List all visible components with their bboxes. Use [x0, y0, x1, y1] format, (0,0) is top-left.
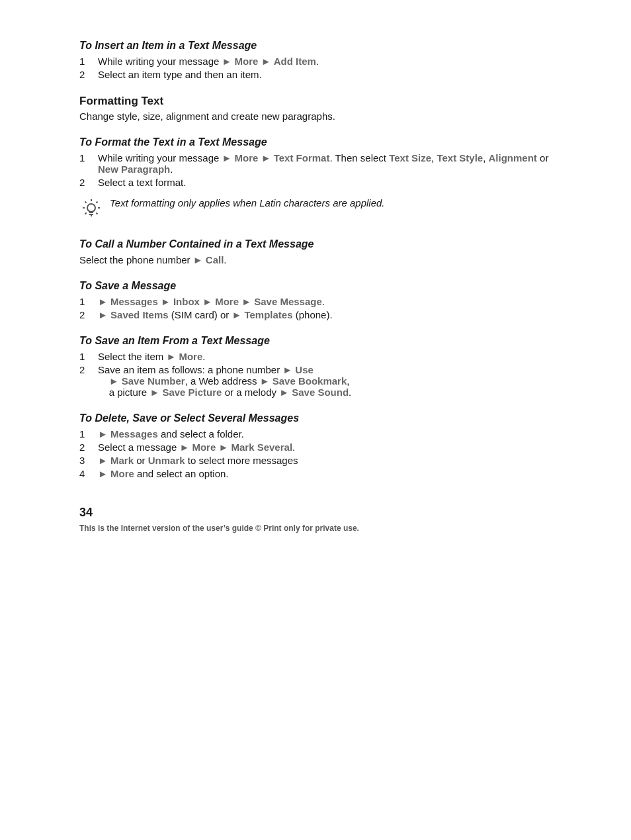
- step-del-2: 2 Select a message ► More ► Mark Several…: [79, 442, 552, 453]
- svg-line-7: [96, 202, 97, 203]
- tip-icon: [79, 199, 103, 224]
- step-saveitem-1: 1 Select the item ► More.: [79, 351, 552, 362]
- step-del-3: 3 ► Mark or Unmark to select more messag…: [79, 455, 552, 466]
- step-num-si2: 2: [79, 364, 98, 375]
- steps-format-text: 1 While writing your message ► More ► Te…: [79, 152, 552, 188]
- arrow-savebookmark: ►: [260, 375, 270, 387]
- arrow-more-f1: ►: [222, 152, 232, 163]
- arrow-markseveral: ►: [218, 442, 228, 453]
- section-title-call: To Call a Number Contained in a Text Mes…: [79, 238, 552, 250]
- section-save-item: To Save an Item From a Text Message 1 Se…: [79, 335, 552, 398]
- link-newparagraph: New Paragraph: [98, 163, 170, 175]
- link-additem: Add Item: [274, 56, 316, 67]
- step-num-1: 1: [79, 56, 98, 67]
- section-title-format-text: To Format the Text in a Text Message: [79, 136, 552, 148]
- section-insert-item: To Insert an Item in a Text Message 1 Wh…: [79, 40, 552, 80]
- page-number: 34: [79, 506, 552, 520]
- link-more-s1: More: [215, 296, 239, 307]
- arrow-textformat: ►: [261, 152, 271, 163]
- section-formatting-text: Formatting Text Change style, size, alig…: [79, 95, 552, 122]
- step-num-s2: 2: [79, 309, 98, 320]
- link-unmark: Unmark: [148, 455, 185, 466]
- link-alignment: Alignment: [489, 152, 537, 163]
- link-call: Call: [206, 254, 224, 265]
- link-savenumber: Save Number: [122, 375, 185, 387]
- arrow-savepicture: ►: [149, 387, 159, 398]
- link-more-1: More: [235, 56, 259, 67]
- step-text-d3: ► Mark or Unmark to select more messages: [98, 455, 552, 466]
- step-text-d4: ► More and select an option.: [98, 468, 552, 479]
- link-inbox: Inbox: [173, 296, 200, 307]
- step-text-1: While writing your message ► More ► Add …: [98, 56, 552, 67]
- svg-line-8: [85, 212, 87, 214]
- link-more-si1: More: [179, 351, 202, 362]
- link-more-d4: More: [110, 468, 134, 479]
- step-num-d4: 4: [79, 468, 98, 479]
- arrow-mark: ►: [98, 455, 108, 466]
- section-title-formatting: Formatting Text: [79, 95, 552, 108]
- arrow-more-1: ►: [222, 56, 232, 67]
- link-more-d2: More: [192, 442, 216, 453]
- arrow-messages-1: ►: [98, 296, 108, 307]
- step-text-f1: While writing your message ► More ► Text…: [98, 152, 552, 175]
- steps-delete: 1 ► Messages and select a folder. 2 Sele…: [79, 428, 552, 479]
- link-saveditems: Saved Items: [110, 309, 169, 320]
- link-messages-d1: Messages: [110, 428, 158, 440]
- arrow-saveditems: ►: [98, 309, 108, 320]
- step-text-2: Select an item type and then an item.: [98, 69, 552, 80]
- link-textstyle: Text Style: [437, 152, 483, 163]
- arrow-inbox: ►: [161, 296, 171, 307]
- call-inline-text: Select the phone number ► Call.: [79, 254, 552, 265]
- step-text-si1: Select the item ► More.: [98, 351, 552, 362]
- step-text-d1: ► Messages and select a folder.: [98, 428, 552, 440]
- steps-save-item: 1 Select the item ► More. 2 Save an item…: [79, 351, 552, 398]
- arrow-savesound: ►: [279, 387, 289, 398]
- page-footer: 34 This is the Internet version of the u…: [79, 506, 552, 533]
- steps-insert-item: 1 While writing your message ► More ► Ad…: [79, 56, 552, 80]
- step-del-4: 4 ► More and select an option.: [79, 468, 552, 479]
- arrow-savenumber: ►: [109, 375, 119, 387]
- link-textformat: Text Format: [274, 152, 330, 163]
- section-format-text: To Format the Text in a Text Message 1 W…: [79, 136, 552, 224]
- arrow-more-d4: ►: [98, 468, 108, 479]
- footer-note: This is the Internet version of the user…: [79, 524, 552, 533]
- tip-text: Text formatting only applies when Latin …: [110, 197, 385, 209]
- step-text-si2: Save an item as follows: a phone number …: [98, 364, 552, 398]
- step-2: 2 Select an item type and then an item.: [79, 69, 552, 80]
- arrow-messages-d1: ►: [98, 428, 108, 440]
- arrow-templates: ►: [231, 309, 241, 320]
- section-title-save-item: To Save an Item From a Text Message: [79, 335, 552, 347]
- link-more-f1: More: [235, 152, 259, 163]
- step-num-2: 2: [79, 69, 98, 80]
- section-desc-formatting: Change style, size, alignment and create…: [79, 111, 552, 122]
- arrow-more-si1: ►: [166, 351, 176, 362]
- step-num-si1: 1: [79, 351, 98, 362]
- tip-box: Text formatting only applies when Latin …: [79, 197, 552, 224]
- svg-point-0: [87, 204, 95, 212]
- link-savesound: Save Sound: [292, 387, 349, 398]
- step-text-f2: Select a text format.: [98, 177, 552, 188]
- steps-save-msg: 1 ► Messages ► Inbox ► More ► Save Messa…: [79, 296, 552, 320]
- page-content: To Insert an Item in a Text Message 1 Wh…: [79, 40, 552, 533]
- arrow-more-s1: ►: [202, 296, 212, 307]
- svg-line-6: [96, 212, 97, 214]
- link-savemsg: Save Message: [254, 296, 322, 307]
- step-num-s1: 1: [79, 296, 98, 307]
- section-title-insert-item: To Insert an Item in a Text Message: [79, 40, 552, 52]
- tip-svg-icon: [81, 199, 102, 220]
- section-title-delete: To Delete, Save or Select Several Messag…: [79, 412, 552, 424]
- link-templates: Templates: [244, 309, 292, 320]
- arrow-use: ►: [282, 364, 292, 375]
- step-text-s1: ► Messages ► Inbox ► More ► Save Message…: [98, 296, 552, 307]
- step-1: 1 While writing your message ► More ► Ad…: [79, 56, 552, 67]
- step-num-d1: 1: [79, 428, 98, 440]
- section-call-number: To Call a Number Contained in a Text Mes…: [79, 238, 552, 265]
- step-save-2: 2 ► Saved Items (SIM card) or ► Template…: [79, 309, 552, 320]
- link-markseveral: Mark Several: [231, 442, 292, 453]
- step-save-1: 1 ► Messages ► Inbox ► More ► Save Messa…: [79, 296, 552, 307]
- step-saveitem-2: 2 Save an item as follows: a phone numbe…: [79, 364, 552, 398]
- arrow-call: ►: [193, 254, 203, 265]
- step-del-1: 1 ► Messages and select a folder.: [79, 428, 552, 440]
- link-savepicture: Save Picture: [162, 387, 222, 398]
- section-delete-save-select: To Delete, Save or Select Several Messag…: [79, 412, 552, 479]
